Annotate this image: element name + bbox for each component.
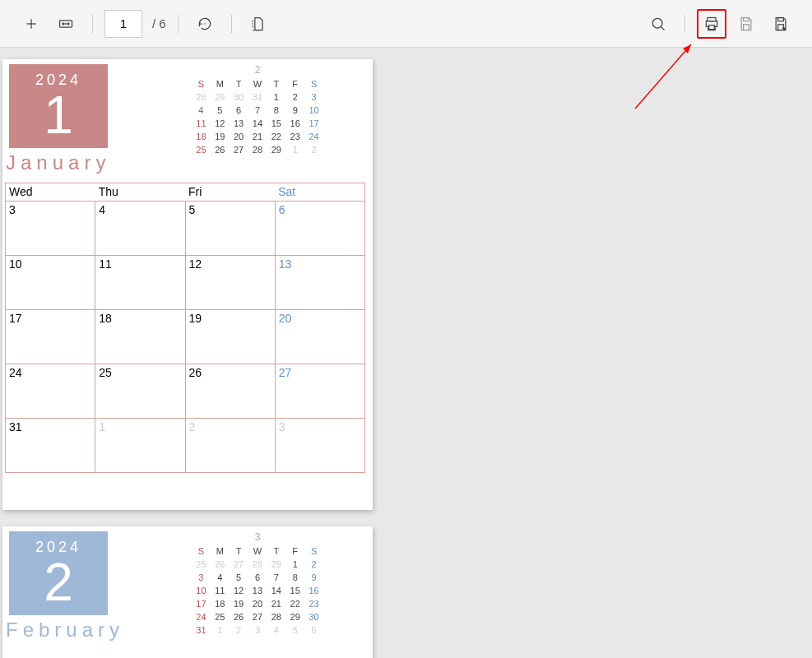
preview-page-january: 2024 1 January 2 S M T W T F S 28 29 30 … xyxy=(2,59,373,510)
mini-day: 25 xyxy=(192,558,211,570)
mini-day: 26 xyxy=(230,611,248,623)
cal-day-sat: 13 xyxy=(275,256,364,310)
svg-line-8 xyxy=(661,26,664,30)
refresh-button[interactable] xyxy=(190,9,220,39)
mini-day: 20 xyxy=(230,131,248,142)
cal-day-sat: 20 xyxy=(275,310,364,364)
mini-day: 15 xyxy=(267,118,285,129)
mini-day: 18 xyxy=(211,598,230,609)
save-button[interactable] xyxy=(731,9,761,39)
month-name-label: February xyxy=(6,619,124,642)
mini-day: 13 xyxy=(230,118,248,129)
big-calendar-grid: Wed Thu Fri Sat 3 4 5 6 10 11 12 13 17 1… xyxy=(5,183,365,473)
mini-day: 6 xyxy=(248,572,267,583)
col-sat: Sat xyxy=(275,183,364,202)
mini-day: 19 xyxy=(211,131,230,142)
mini-day: 4 xyxy=(211,572,230,583)
mini-day: 7 xyxy=(267,572,285,583)
mini-day: 29 xyxy=(267,558,285,570)
svg-rect-12 xyxy=(744,24,749,30)
cal-day-faded: 3 xyxy=(275,419,364,473)
month-header-block: 2024 1 xyxy=(9,64,108,148)
month-number: 2 xyxy=(44,556,73,609)
mini-day: 6 xyxy=(304,624,323,636)
print-button[interactable] xyxy=(697,9,726,39)
mini-day: 8 xyxy=(285,572,304,583)
svg-rect-10 xyxy=(709,25,715,29)
month-name-label: January xyxy=(6,151,110,174)
mini-day: 24 xyxy=(304,131,323,142)
save-as-button[interactable] xyxy=(766,9,796,39)
mini-hdr-wed: W xyxy=(248,545,267,557)
mini-day: 17 xyxy=(304,118,323,129)
svg-rect-9 xyxy=(708,17,716,21)
mini-day: 5 xyxy=(230,572,248,583)
mini-day: 3 xyxy=(304,91,323,103)
month-number: 1 xyxy=(44,89,73,141)
mini-day: 1 xyxy=(267,91,285,103)
mini-day: 2 xyxy=(285,91,304,103)
mini-hdr-tue: T xyxy=(230,545,248,557)
cal-day: 26 xyxy=(185,364,275,419)
mini-day: 21 xyxy=(248,131,267,142)
mini-day: 28 xyxy=(192,91,211,103)
cal-day-faded: 1 xyxy=(95,419,185,473)
preview-page-february: 2024 2 February 3 S M T W T F S 25 26 27… xyxy=(2,526,373,658)
mini-hdr-tue: T xyxy=(230,78,248,90)
mini-day: 1 xyxy=(211,624,230,636)
mini-day: 21 xyxy=(267,598,285,609)
mini-day: 4 xyxy=(267,624,285,636)
mini-hdr-sat: S xyxy=(304,78,323,90)
col-fri: Fri xyxy=(185,183,275,202)
mini-day: 14 xyxy=(248,118,267,129)
mini-day: 13 xyxy=(248,585,267,596)
fit-width-button[interactable] xyxy=(51,9,81,39)
mini-day: 19 xyxy=(230,598,248,609)
mini-day: 29 xyxy=(285,611,304,623)
svg-point-7 xyxy=(652,18,662,28)
mini-day: 12 xyxy=(230,585,248,596)
mini-day: 23 xyxy=(285,131,304,142)
mini-hdr-thu: T xyxy=(267,545,285,557)
mini-day: 1 xyxy=(285,144,304,155)
mini-day: 17 xyxy=(192,598,211,609)
page-number-input[interactable] xyxy=(104,10,142,38)
cal-day-sat: 6 xyxy=(275,202,364,256)
add-button[interactable] xyxy=(16,9,46,39)
mini-day: 10 xyxy=(304,104,323,116)
mini-day: 16 xyxy=(304,585,323,596)
mini-day: 22 xyxy=(285,598,304,609)
mini-day: 15 xyxy=(285,585,304,596)
mini-hdr-wed: W xyxy=(248,78,267,90)
toolbar-right xyxy=(643,9,796,39)
cal-day: 24 xyxy=(6,364,95,419)
mini-day: 28 xyxy=(248,558,267,570)
mini-hdr-fri: F xyxy=(285,78,304,90)
mini-day: 30 xyxy=(304,611,323,623)
page-total-label: / 6 xyxy=(147,16,166,30)
mini-day: 31 xyxy=(192,624,211,636)
mini-day: 3 xyxy=(248,624,267,636)
mini-day: 24 xyxy=(192,611,211,623)
search-button[interactable] xyxy=(643,9,673,39)
mini-hdr-mon: M xyxy=(211,545,230,557)
month-header-block: 2024 2 xyxy=(9,531,108,615)
mini-day: 5 xyxy=(285,624,304,636)
preview-viewport[interactable]: 2024 1 January 2 S M T W T F S 28 29 30 … xyxy=(0,48,812,658)
separator xyxy=(178,15,179,33)
mini-day: 31 xyxy=(248,91,267,103)
mini-day: 18 xyxy=(192,131,211,142)
page-setup-button[interactable] xyxy=(244,9,273,39)
mini-day: 29 xyxy=(211,91,230,103)
mini-day: 6 xyxy=(230,104,248,116)
mini-day: 1 xyxy=(285,558,304,570)
mini-day: 28 xyxy=(248,144,267,155)
mini-day: 26 xyxy=(211,558,230,570)
mini-hdr-fri: F xyxy=(285,545,304,557)
svg-point-4 xyxy=(204,23,206,25)
svg-rect-14 xyxy=(778,24,784,30)
toolbar: / 6 xyxy=(0,0,812,48)
cal-day: 31 xyxy=(6,419,95,473)
mini-day: 16 xyxy=(285,118,304,129)
col-thu: Thu xyxy=(95,183,185,202)
